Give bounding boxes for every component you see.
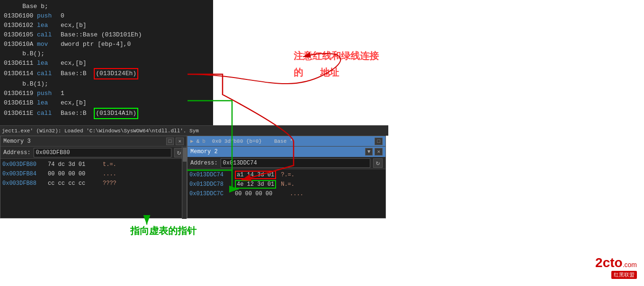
- code-instr: call: [37, 69, 61, 78]
- mem3-chars-3: ????: [103, 180, 116, 187]
- code-instr: lea: [37, 21, 61, 30]
- memory2-amp-icon: &: [197, 139, 200, 144]
- memory3-title-area: Memory 3: [3, 138, 31, 145]
- code-instr: call: [37, 30, 61, 40]
- code-operand: ecx,[b]: [61, 59, 87, 68]
- mem2-bytes-3: 00 00 00 00: [235, 191, 287, 197]
- mem3-addr-2: 0x003DFB84: [2, 171, 45, 177]
- code-operand: Base::B: [61, 109, 94, 118]
- memory3-row-1: 0x003DFB80 74 dc 3d 01 t.=.: [2, 160, 185, 169]
- memory3-title: Memory 3: [3, 138, 31, 145]
- memory2-pin-btn[interactable]: □: [375, 138, 383, 145]
- code-source-text: Base b;: [4, 2, 48, 11]
- memory2-refresh-btn[interactable]: ↻: [373, 158, 383, 168]
- mem3-chars-1: t.=.: [103, 161, 116, 168]
- mem2-addr-3: 0x013DDC7C: [189, 191, 232, 197]
- memory3-address-label: Address:: [3, 149, 31, 156]
- code-operand: Base::B: [61, 69, 94, 78]
- code-line: 013D6105 call Base::Base (013D101Eh): [4, 30, 209, 40]
- logo-2cto: 2cto: [595, 255, 623, 270]
- memory2-value-text: 3dfb80 {b=0}: [224, 139, 262, 144]
- mem2-bytes-green-2: 4e 12 3d 01: [235, 180, 276, 189]
- memory3-address-input[interactable]: [34, 148, 171, 157]
- status-bar: ject1.exe' (Win32): Loaded 'C:\Windows\S…: [0, 125, 388, 136]
- code-source-text: b.B(1);: [4, 79, 48, 89]
- mem3-bytes-2: 00 00 00 00: [48, 171, 100, 177]
- code-line: 013D6119 push 1: [4, 89, 209, 98]
- code-instr: lea: [37, 59, 61, 68]
- memory3-row-3: 0x003DFB88 cc cc cc cc ????: [2, 179, 185, 188]
- mem2-addr-1: 0x013DDC74: [189, 172, 232, 178]
- code-line: Base b;: [4, 2, 209, 11]
- code-line: b.B(1);: [4, 79, 209, 89]
- memory2-name-text: b: [202, 139, 206, 144]
- logo-main: 2cto .com: [595, 255, 637, 270]
- memory2-address-input[interactable]: [221, 158, 370, 168]
- code-instr: push: [37, 11, 61, 21]
- mem2-bytes-red-1: a1 14 3d 01: [235, 171, 276, 179]
- code-instr: mov: [37, 40, 61, 49]
- annotation-red-line3: 地址: [320, 67, 339, 78]
- code-line: b.B();: [4, 49, 209, 59]
- memory3-content: 0x003DFB80 74 dc 3d 01 t.=. 0x003DFB84 0…: [0, 159, 187, 189]
- code-addr: 013D6111: [4, 59, 37, 68]
- code-line: 013D611B lea ecx,[b]: [4, 98, 209, 108]
- mem2-chars-3: ....: [290, 191, 304, 197]
- mem2-chars-1: ?.=.: [281, 172, 295, 178]
- memory3-pin-btn[interactable]: □: [166, 138, 174, 145]
- logo-com: .com: [623, 261, 637, 269]
- code-line: 013D6102 lea ecx,[b]: [4, 21, 209, 30]
- code-instr: push: [37, 89, 61, 98]
- code-operand: 0: [61, 11, 64, 21]
- code-addr: 013D6100: [4, 11, 37, 21]
- annotation-green-text: 指向虚表的指针: [130, 225, 197, 237]
- annotation-green-label: 指向虚表的指针: [130, 225, 197, 236]
- memory3-titlebar: Memory 3 □ ✕: [0, 136, 187, 147]
- code-highlight-green: (013D14A1h): [94, 108, 138, 119]
- memory2-row-1: 0x013DDC74 a1 14 3d 01 ?.=.: [189, 170, 384, 180]
- mem2-addr-2: 0x013DDC78: [189, 181, 232, 188]
- mem3-addr-1: 0x003DFB80: [2, 161, 45, 168]
- code-operand: ecx,[b]: [61, 21, 87, 30]
- code-operand: ecx,[b]: [61, 98, 87, 108]
- code-addr: 013D6105: [4, 30, 37, 40]
- memory2-row-2: 0x013DDC78 4e 12 3d 01 N.=.: [189, 180, 384, 189]
- memory2-title-area: ▶ & b 0x0 3dfb80 {b=0} Base *: [190, 138, 293, 144]
- code-panel: Base b; 013D6100 push 0 013D6102 lea ecx…: [0, 0, 213, 125]
- code-addr: 013D610A: [4, 40, 37, 49]
- code-line: 013D610A mov dword ptr [ebp-4],0: [4, 40, 209, 49]
- code-line: 013D6111 lea ecx,[b]: [4, 59, 209, 68]
- memory3-controls[interactable]: □ ✕: [166, 138, 184, 145]
- memory3-scroll-thumb[interactable]: [183, 147, 187, 162]
- memory2-content: 0x013DDC74 a1 14 3d 01 ?.=. 0x013DDC78 4…: [188, 169, 385, 199]
- code-operand: 1: [61, 89, 64, 98]
- memory3-row-2: 0x003DFB84 00 00 00 00 ....: [2, 169, 185, 179]
- code-addr: 013D6119: [4, 89, 37, 98]
- memory2-addr-text: 0x0: [212, 139, 222, 144]
- annotation-red-line2: 的: [294, 67, 303, 78]
- memory2-address-bar: Address: ↻: [188, 157, 385, 169]
- code-line: 013D611E call Base::B (013D14A1h): [4, 108, 209, 119]
- memory2-dropdown-btn[interactable]: ▼: [365, 148, 373, 156]
- memory2-subtitle-controls[interactable]: ▼ ✕: [365, 148, 383, 156]
- mem3-bytes-3: cc cc cc cc: [48, 180, 100, 187]
- memory2-panel: ▶ & b 0x0 3dfb80 {b=0} Base * □ Memory 2…: [187, 136, 386, 218]
- code-operand: Base::Base (013D101Eh): [61, 30, 142, 40]
- memory3-panel: Memory 3 □ ✕ Address: ↻ 0x003DFB80 74 dc…: [0, 136, 187, 218]
- annotation-red-text-2: 的 地址: [294, 66, 339, 79]
- memory3-scrollbar[interactable]: [182, 147, 187, 219]
- status-text: ject1.exe' (Win32): Loaded 'C:\Windows\S…: [2, 128, 199, 134]
- mem3-bytes-1: 74 dc 3d 01: [48, 161, 100, 168]
- code-operand: dword ptr [ebp-4],0: [61, 40, 131, 49]
- memory2-controls[interactable]: □: [375, 138, 383, 145]
- code-addr: 013D611E: [4, 109, 37, 118]
- annotation-red-line1: 注意红线和绿线连接: [294, 51, 379, 61]
- memory2-subtitle-text: Memory 2: [190, 148, 218, 155]
- memory3-close-btn[interactable]: ✕: [176, 138, 184, 145]
- code-line: 013D6100 push 0: [4, 11, 209, 21]
- memory2-close-btn[interactable]: ✕: [375, 148, 383, 156]
- code-addr: 013D6102: [4, 21, 37, 30]
- memory2-base-text: Base *: [274, 139, 293, 144]
- logo-area: 2cto .com 红黑联盟: [595, 255, 637, 279]
- memory2-titlebar: ▶ & b 0x0 3dfb80 {b=0} Base * □: [188, 136, 385, 147]
